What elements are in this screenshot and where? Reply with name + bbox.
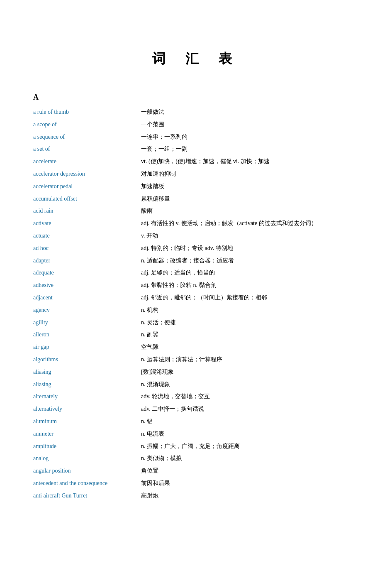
vocab-row: adjacentadj. 邻近的，毗邻的；（时间上）紧接着的；相邻 — [33, 292, 359, 304]
vocab-definition: v. 开动 — [141, 231, 359, 241]
vocab-definition: n. 灵活；便捷 — [141, 318, 359, 328]
vocab-term: adequate — [33, 268, 141, 278]
vocab-definition: vt. (使)加快，(使)增速；加速，催促 vi. 加快；加速 — [141, 157, 359, 167]
vocab-definition: 一般做法 — [141, 107, 359, 117]
vocab-row: aluminumn. 铝 — [33, 415, 359, 428]
vocab-row: antecedent and the consequence前因和后果 — [33, 477, 359, 490]
vocab-term: accelerate — [33, 157, 141, 167]
vocab-row: accelerator pedal加速踏板 — [33, 180, 359, 193]
vocab-row: a sequence of一连串；一系列的 — [33, 131, 359, 143]
vocab-row: ammetern. 电流表 — [33, 428, 359, 440]
vocab-term: accumulated offset — [33, 194, 141, 204]
vocab-term: analog — [33, 453, 141, 463]
vocab-definition: n. 铝 — [141, 416, 359, 426]
vocab-term: amplitude — [33, 441, 141, 451]
vocab-term: a set of — [33, 144, 141, 154]
vocab-term: acid rain — [33, 206, 141, 216]
vocab-row: angular position角位置 — [33, 465, 359, 477]
vocab-term: adhesive — [33, 280, 141, 290]
vocab-row: alternativelyadv. 二中择一；换句话说 — [33, 403, 359, 415]
vocab-term: aluminum — [33, 416, 141, 426]
vocab-definition: n. 振幅；广大，广阔，充足；角度距离 — [141, 441, 359, 451]
vocab-term: a sequence of — [33, 132, 141, 142]
vocab-definition: adv. 轮流地，交替地；交互 — [141, 392, 359, 402]
vocab-row: activateadj. 有活性的 v. 使活动；启动；触发（activate … — [33, 217, 359, 230]
vocab-row: agencyn. 机构 — [33, 304, 359, 316]
vocab-definition: 加速踏板 — [141, 181, 359, 191]
vocab-term: alternately — [33, 392, 141, 402]
vocab-term: adjacent — [33, 293, 141, 303]
vocab-definition: adj. 邻近的，毗邻的；（时间上）紧接着的；相邻 — [141, 293, 359, 303]
vocab-row: a scope of一个范围 — [33, 118, 359, 131]
vocab-definition: adj. 有活性的 v. 使活动；启动；触发（activate 的过去式和过去分… — [141, 218, 359, 228]
vocab-term: ad hoc — [33, 243, 141, 253]
vocab-definition: n. 适配器；改编者；接合器；适应者 — [141, 256, 359, 266]
vocab-term: algorithms — [33, 355, 141, 365]
vocab-definition: 一个范围 — [141, 120, 359, 130]
vocab-definition: 累积偏移量 — [141, 194, 359, 204]
vocab-definition: n. 电流表 — [141, 429, 359, 439]
vocab-definition: adv. 二中择一；换句话说 — [141, 404, 359, 414]
vocab-row: accelerator depression对加速的抑制 — [33, 168, 359, 180]
vocab-definition: n. 类似物；模拟 — [141, 453, 359, 463]
vocab-definition: n. 运算法则；演算法；计算程序 — [141, 355, 359, 365]
vocab-row: alternatelyadv. 轮流地，交替地；交互 — [33, 390, 359, 403]
vocab-definition: adj. 带黏性的；胶粘 n. 黏合剂 — [141, 280, 359, 290]
vocab-definition: 对加速的抑制 — [141, 169, 359, 179]
vocab-definition: 前因和后果 — [141, 478, 359, 488]
vocab-term: agency — [33, 305, 141, 315]
vocab-term: accelerator pedal — [33, 181, 141, 191]
vocab-definition: n. 副翼 — [141, 330, 359, 340]
vocab-term: accelerator depression — [33, 169, 141, 179]
vocab-row: accumulated offset累积偏移量 — [33, 193, 359, 205]
vocab-row: acceleratevt. (使)加快，(使)增速；加速，催促 vi. 加快；加… — [33, 155, 359, 168]
vocab-row: a set of一套；一组；一副 — [33, 143, 359, 155]
vocab-row: aileronn. 副翼 — [33, 328, 359, 341]
vocab-row: agilityn. 灵活；便捷 — [33, 316, 359, 329]
vocab-row: aliasing[数]混淆现象 — [33, 366, 359, 378]
vocab-row: air gap空气隙 — [33, 341, 359, 353]
vocab-definition: adj. 足够的；适当的，恰当的 — [141, 268, 359, 278]
vocab-term: aliasing — [33, 367, 141, 377]
vocab-row: anti aircraft Gun Turret高射炮 — [33, 490, 359, 502]
section-letter: A — [33, 93, 359, 102]
vocab-definition: 一套；一组；一副 — [141, 144, 359, 154]
vocab-row: aliasingn. 混淆现象 — [33, 378, 359, 391]
vocab-row: adequateadj. 足够的；适当的，恰当的 — [33, 267, 359, 279]
vocab-term: antecedent and the consequence — [33, 478, 141, 488]
vocab-term: activate — [33, 218, 141, 228]
vocab-definition: 一连串；一系列的 — [141, 132, 359, 142]
vocab-term: angular position — [33, 466, 141, 476]
vocab-row: adhesiveadj. 带黏性的；胶粘 n. 黏合剂 — [33, 279, 359, 292]
vocab-term: anti aircraft Gun Turret — [33, 491, 141, 501]
vocab-sections: Aa rule of thumb一般做法a scope of一个范围a sequ… — [33, 93, 359, 502]
vocab-row: adaptern. 适配器；改编者；接合器；适应者 — [33, 255, 359, 267]
vocab-definition: 高射炮 — [141, 491, 359, 501]
vocab-definition: 角位置 — [141, 466, 359, 476]
vocab-definition: n. 混淆现象 — [141, 380, 359, 390]
vocab-term: agility — [33, 318, 141, 328]
vocab-term: actuate — [33, 231, 141, 241]
vocab-row: acid rain酸雨 — [33, 205, 359, 217]
vocab-term: air gap — [33, 342, 141, 352]
vocab-definition: n. 机构 — [141, 305, 359, 315]
vocab-term: adapter — [33, 256, 141, 266]
vocab-term: aileron — [33, 330, 141, 340]
vocab-definition: 空气隙 — [141, 342, 359, 352]
vocab-row: a rule of thumb一般做法 — [33, 106, 359, 118]
vocab-row: ad hocadj. 特别的；临时；专设 adv. 特别地 — [33, 242, 359, 255]
vocab-term: ammeter — [33, 429, 141, 439]
vocab-definition: adj. 特别的；临时；专设 adv. 特别地 — [141, 243, 359, 253]
vocab-row: actuatev. 开动 — [33, 230, 359, 242]
vocab-row: algorithmsn. 运算法则；演算法；计算程序 — [33, 353, 359, 366]
vocab-term: a scope of — [33, 120, 141, 130]
vocab-term: aliasing — [33, 380, 141, 390]
vocab-term: a rule of thumb — [33, 107, 141, 117]
vocab-definition: 酸雨 — [141, 206, 359, 216]
vocab-definition: [数]混淆现象 — [141, 367, 359, 377]
vocab-section: Aa rule of thumb一般做法a scope of一个范围a sequ… — [33, 93, 359, 502]
vocab-row: amplituden. 振幅；广大，广阔，充足；角度距离 — [33, 440, 359, 453]
vocab-term: alternatively — [33, 404, 141, 414]
vocab-row: analogn. 类似物；模拟 — [33, 452, 359, 465]
page-title: 词 汇 表 — [33, 50, 359, 68]
